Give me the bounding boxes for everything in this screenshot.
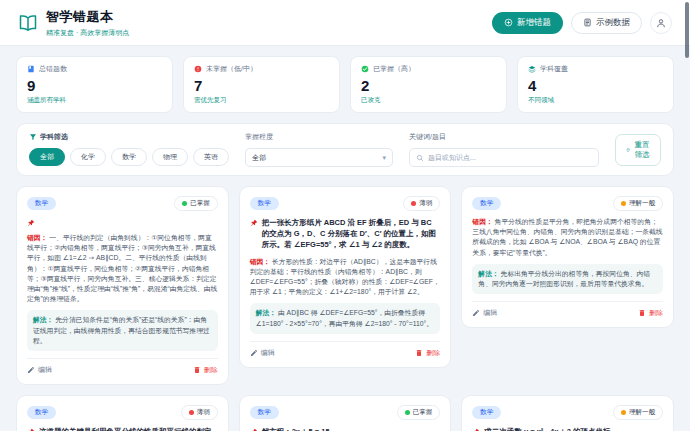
status-dot-icon <box>621 201 626 206</box>
subject-filter-label-row: 学科筛选 <box>29 132 229 142</box>
reset-filters-label: 重置筛选 <box>634 140 650 160</box>
user-menu-button[interactable] <box>650 12 672 34</box>
stat-subtext: 已攻克 <box>361 96 496 105</box>
sample-data-button[interactable]: 示例数据 <box>571 12 642 34</box>
stat-label: 已掌握（高） <box>373 64 415 74</box>
question-row: 解方程：2x + 5 = 15 <box>250 427 441 431</box>
status-label: 已掌握 <box>190 199 210 208</box>
refresh-icon <box>626 146 630 154</box>
stat-card-subjects: 学科覆盖 4 不同领域 <box>517 56 674 113</box>
user-icon <box>656 18 666 28</box>
alert-circle-icon <box>194 65 202 73</box>
status-label: 已掌握 <box>413 408 433 417</box>
stat-head: 未掌握（低/中） <box>194 64 329 74</box>
stat-subtext: 涵盖所有学科 <box>27 96 162 105</box>
trash-icon <box>415 349 423 357</box>
stat-head: 总错题数 <box>27 64 162 74</box>
edit-icon <box>472 309 480 317</box>
solution-text: 先分清已知条件是“角的关系”还是“线的关系”：由角证线用判定，由线得角用性质，再… <box>33 316 210 343</box>
keyword-input[interactable] <box>428 154 592 161</box>
subject-filter-group: 学科筛选 全部 化学 数学 物理 英语 <box>29 132 229 166</box>
card-header: 数学 理解一般 <box>472 196 663 211</box>
status-dot-icon <box>189 410 194 415</box>
mastery-select[interactable]: 全部 ▾ <box>245 148 393 167</box>
mastery-filter-group: 掌握程度 全部 ▾ <box>245 132 393 167</box>
reset-filters-button[interactable]: 重置筛选 <box>615 134 661 166</box>
status-dot-icon <box>411 201 416 206</box>
subject-tag[interactable]: 数学 <box>27 197 56 210</box>
reason-text: 角平分线的性质是平分角，即把角分成两个相等的角；三线八角中同位角、内错角、同旁内… <box>472 218 662 256</box>
subject-pill-physics[interactable]: 物理 <box>152 148 188 166</box>
mistake-card: 数学 薄弱 这道题的关键是利用角平分线的性质和平行线的判定进行推理，通过设未知角… <box>16 395 229 431</box>
card-header: 数学 薄弱 <box>27 405 218 420</box>
reason-label: 错因： <box>27 234 47 241</box>
pin-icon <box>250 219 258 227</box>
card-header: 数学 已掌握 <box>250 405 441 420</box>
question-row: 把一张长方形纸片 ABCD 沿 EF 折叠后，ED 与 BC 的交点为 G，D、… <box>250 218 441 251</box>
stat-head: 学科覆盖 <box>528 64 663 74</box>
card-footer: 编辑 删除 <box>472 301 663 318</box>
app-title: 智学错题本 <box>46 8 129 26</box>
edit-button[interactable]: 编辑 <box>27 365 52 375</box>
stat-subtext: 不同领域 <box>528 96 663 105</box>
funnel-icon <box>29 133 37 141</box>
status-badge: 理解一般 <box>613 196 663 211</box>
edit-button[interactable]: 编辑 <box>250 348 275 358</box>
mastery-filter-label: 掌握程度 <box>245 132 393 142</box>
solution-block: 解法： 先标出角平分线分出的相等角，再按同位角、内错角、同旁内角逐一对照图形识别… <box>472 264 663 294</box>
sample-data-label: 示例数据 <box>596 17 630 29</box>
delete-label: 删除 <box>426 348 440 358</box>
subject-tag[interactable]: 数学 <box>250 197 279 210</box>
mastery-select-value: 全部 <box>252 153 266 163</box>
stat-value: 9 <box>27 77 162 94</box>
status-label: 理解一般 <box>629 408 655 417</box>
solution-label: 解法： <box>478 270 498 277</box>
delete-button[interactable]: 删除 <box>193 365 218 375</box>
keyword-filter-group: 关键词/题目 <box>409 132 599 167</box>
delete-label: 删除 <box>204 365 218 375</box>
question-row: 求二次函数 y = x² - 4x + 3 的顶点坐标 <box>472 427 663 431</box>
status-badge: 薄弱 <box>181 405 218 420</box>
status-badge: 已掌握 <box>174 196 218 211</box>
subject-pill-all[interactable]: 全部 <box>29 148 65 166</box>
solution-text: 由 AD∥BC 得 ∠DEF=∠EFG=55°，由折叠性质得 ∠1=180° -… <box>256 309 433 326</box>
solution-label: 解法： <box>256 309 276 316</box>
delete-label: 删除 <box>649 308 663 318</box>
document-icon <box>583 18 592 27</box>
status-label: 薄弱 <box>197 408 210 417</box>
delete-button[interactable]: 删除 <box>638 308 663 318</box>
status-label: 理解一般 <box>629 199 655 208</box>
stat-value: 7 <box>194 77 329 94</box>
status-label: 薄弱 <box>419 199 432 208</box>
app-header: 智学错题本 精准复盘 · 高效掌握薄弱点 新增错题 示例数据 <box>0 0 690 46</box>
subject-tag[interactable]: 数学 <box>250 406 279 419</box>
reason-label: 错因： <box>250 258 270 265</box>
add-mistake-button[interactable]: 新增错题 <box>492 12 563 34</box>
card-header: 数学 理解一般 <box>472 405 663 420</box>
reason-label: 错因： <box>472 218 492 225</box>
subject-pill-math[interactable]: 数学 <box>111 148 147 166</box>
app-logo-book-icon <box>18 13 38 33</box>
edit-label: 编辑 <box>483 308 497 318</box>
plus-circle-icon <box>504 18 513 27</box>
search-icon <box>416 154 424 162</box>
subject-tag[interactable]: 数学 <box>472 406 501 419</box>
subject-filter-label: 学科筛选 <box>40 132 68 142</box>
edit-icon <box>250 349 258 357</box>
reason-block: 错因： 长方形的性质：对边平行（AD∥BC），这是本题平行线判定的基础；平行线的… <box>250 257 441 298</box>
delete-button[interactable]: 删除 <box>415 348 440 358</box>
check-circle-icon <box>361 65 369 73</box>
scrollbar-thumb[interactable] <box>685 2 689 58</box>
card-footer: 编辑 删除 <box>27 358 218 375</box>
header-actions: 新增错题 示例数据 <box>492 12 672 34</box>
edit-button[interactable]: 编辑 <box>472 308 497 318</box>
stat-card-total: 总错题数 9 涵盖所有学科 <box>16 56 173 113</box>
subject-pill-chemistry[interactable]: 化学 <box>70 148 106 166</box>
subject-tag[interactable]: 数学 <box>472 197 501 210</box>
card-header: 数学 已掌握 <box>27 196 218 211</box>
status-badge: 已掌握 <box>397 405 441 420</box>
stat-label: 总错题数 <box>39 64 67 74</box>
subject-pill-english[interactable]: 英语 <box>193 148 229 166</box>
pin-icon <box>27 219 35 227</box>
subject-tag[interactable]: 数学 <box>27 406 56 419</box>
